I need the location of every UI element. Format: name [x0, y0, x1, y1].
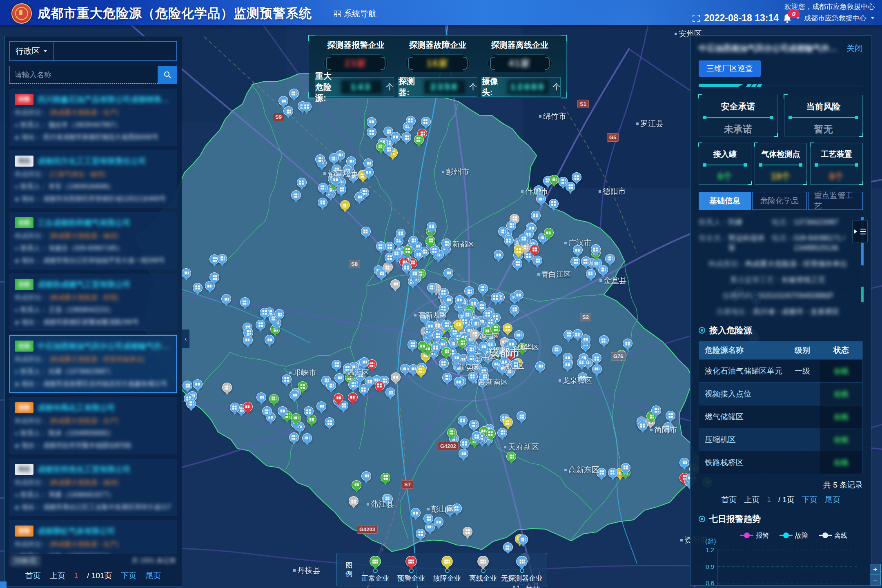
map-marker[interactable] — [192, 379, 203, 392]
map-marker[interactable] — [374, 381, 385, 394]
map-marker[interactable] — [478, 284, 488, 297]
hazard-table-row[interactable]: 视频接入点位在线 — [699, 382, 862, 405]
map-marker[interactable] — [302, 433, 312, 446]
page-size-select[interactable]: 10条/页 — [10, 555, 40, 566]
last-page-button[interactable]: 尾页 — [145, 570, 161, 581]
map-marker[interactable] — [562, 360, 573, 373]
map-marker[interactable] — [329, 153, 339, 166]
map-marker[interactable] — [536, 194, 546, 207]
map-marker[interactable] — [182, 381, 193, 394]
map-marker[interactable] — [318, 183, 328, 196]
close-button[interactable]: 关闭 — [846, 43, 863, 54]
map-marker[interactable] — [457, 416, 468, 429]
map-marker[interactable] — [570, 257, 581, 270]
company-card[interactable]: 离线成都安邦危化工贸有限公司构成类别：[构成重大危险源 - 储存]●联系人： 周… — [9, 459, 177, 516]
map-marker[interactable] — [430, 343, 441, 356]
map-marker[interactable] — [264, 335, 275, 348]
map-marker[interactable] — [413, 249, 424, 262]
map-marker[interactable] — [509, 305, 520, 318]
map-marker[interactable] — [364, 376, 375, 390]
company-card[interactable]: 预警成都蓉虹气体有限公司构成类别：[构成重大危险源 - 生产]●联系人： 赵静（… — [9, 520, 177, 554]
map-marker[interactable] — [269, 394, 279, 407]
map-marker[interactable] — [490, 324, 501, 337]
map-marker[interactable] — [426, 222, 437, 235]
tab-基础信息[interactable]: 基础信息 — [699, 192, 751, 210]
company-card[interactable]: 在线三台成都协和燃气有限公司构成类别：[构成重大危险源 - 储存]●联系人： 张… — [9, 212, 177, 270]
map-marker[interactable] — [516, 556, 528, 571]
next-page-button[interactable]: 下页 — [121, 570, 136, 581]
map-marker[interactable] — [229, 403, 240, 416]
map-marker[interactable] — [186, 399, 196, 412]
prev-page-button[interactable]: 上页 — [50, 570, 65, 581]
map-marker[interactable] — [548, 199, 559, 212]
map-marker[interactable] — [240, 297, 250, 310]
first-page-button[interactable]: 首页 — [721, 494, 737, 505]
map-marker[interactable] — [590, 244, 601, 257]
map-marker[interactable] — [462, 527, 473, 540]
map-marker[interactable] — [529, 245, 540, 258]
map-marker[interactable] — [517, 343, 528, 356]
map-marker[interactable] — [324, 417, 335, 430]
map-marker[interactable] — [361, 471, 372, 484]
map-marker[interactable] — [274, 309, 285, 322]
map-marker[interactable] — [453, 377, 464, 390]
company-card[interactable]: 在线中石油西南油气田分公司成都输气作业区配气站构成类别：[构成重大危险源 - 经… — [9, 335, 177, 393]
map-marker[interactable] — [414, 135, 424, 148]
map-marker[interactable] — [405, 556, 417, 571]
map-marker[interactable] — [552, 345, 562, 358]
map-marker[interactable] — [620, 463, 631, 476]
map-marker[interactable] — [383, 145, 394, 158]
map-marker[interactable] — [436, 310, 447, 323]
map-marker[interactable] — [181, 268, 192, 281]
map-marker[interactable] — [303, 406, 314, 419]
map-marker[interactable] — [351, 480, 362, 493]
sidebar-collapse-button[interactable]: ‹ — [182, 329, 190, 349]
map-marker[interactable] — [354, 192, 365, 205]
map-marker[interactable] — [482, 310, 493, 323]
map-marker[interactable] — [468, 372, 478, 385]
map-marker[interactable] — [383, 494, 393, 507]
map-marker[interactable] — [447, 428, 457, 441]
first-page-button[interactable]: 首页 — [25, 570, 41, 581]
map-marker[interactable] — [289, 89, 299, 102]
map-marker[interactable] — [506, 452, 517, 465]
map-marker[interactable] — [256, 392, 267, 405]
map-marker[interactable] — [535, 361, 546, 374]
map-marker[interactable] — [497, 363, 508, 376]
search-button[interactable] — [158, 66, 177, 84]
map-marker[interactable] — [530, 211, 541, 224]
map-marker[interactable] — [479, 372, 490, 385]
next-page-button[interactable]: 下页 — [802, 494, 817, 505]
map-marker[interactable] — [506, 221, 517, 234]
map-marker[interactable] — [596, 468, 607, 481]
map-marker[interactable] — [441, 238, 452, 252]
org-dropdown[interactable]: 成都市应急救援中心 — [804, 13, 866, 23]
map-marker[interactable] — [330, 175, 341, 188]
map-marker[interactable] — [679, 458, 690, 471]
map-marker[interactable] — [608, 468, 618, 481]
hazard-table-row[interactable]: 压缩机区在线 — [699, 428, 862, 451]
map-marker[interactable] — [390, 132, 401, 145]
map-marker[interactable] — [433, 517, 444, 530]
map-marker[interactable] — [340, 200, 350, 213]
map-marker[interactable] — [333, 393, 344, 406]
map-marker[interactable] — [572, 329, 583, 342]
zoom-in-button[interactable]: + — [870, 564, 881, 575]
map-marker[interactable] — [222, 383, 232, 396]
map-marker[interactable] — [454, 295, 465, 308]
map-marker[interactable] — [421, 117, 431, 130]
map-marker[interactable] — [395, 229, 406, 242]
map-marker[interactable] — [441, 556, 453, 571]
map-marker[interactable] — [326, 381, 336, 394]
company-card[interactable]: 在线成都协成燃气工贸有限公司构成类别：[构成重大危险源 - 经营]●联系人： 王… — [9, 274, 177, 331]
map-marker[interactable] — [442, 373, 452, 386]
hazard-table-row[interactable]: 液化石油气储罐区单元一级在线 — [699, 359, 862, 382]
tab-危险化学品[interactable]: 危险化学品 — [752, 192, 807, 210]
map-marker[interactable] — [192, 283, 203, 296]
map-marker[interactable] — [243, 402, 253, 415]
map-marker[interactable] — [510, 359, 521, 372]
map-marker[interactable] — [417, 341, 428, 354]
hazard-table-row[interactable]: 铁路栈桥区在线 — [699, 451, 862, 474]
caret-down-icon[interactable] — [871, 17, 875, 21]
map-marker[interactable] — [317, 198, 328, 211]
